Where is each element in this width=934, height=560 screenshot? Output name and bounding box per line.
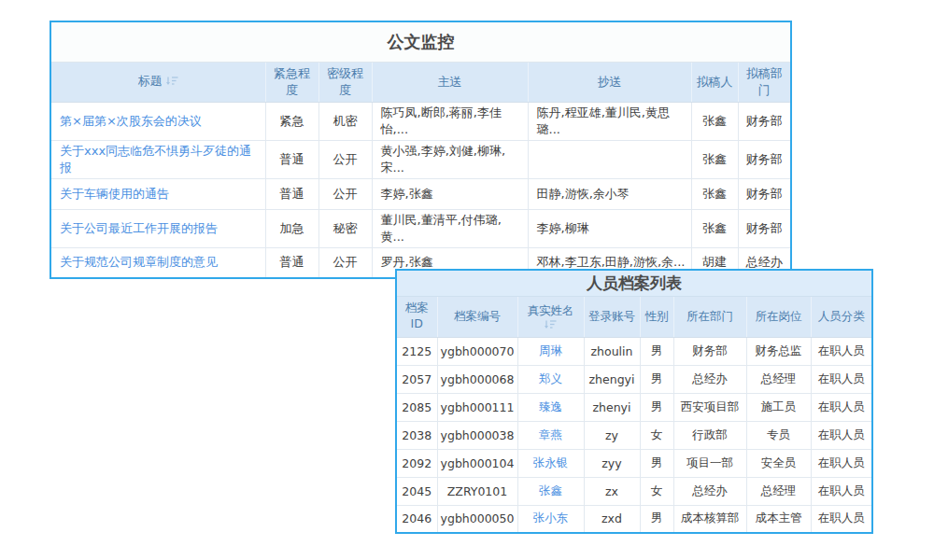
doc-monitor-panel: 公文监控 标题 紧急程度 密级程度 主送 抄送 拟稿人 拟稿部门 第×届第×次股… [50,21,790,279]
person-col-id: 档案ID [396,296,437,337]
doc-table-row: 第×届第×次股东会的决议 紧急 机密 陈巧凤,断郎,蒋丽,李佳怡,... 陈丹,… [50,102,791,140]
doc-cell-drafter: 张鑫 [691,140,738,178]
personnel-row: 2046 ygbh000050 张小东 zxd 男 成本核算部 成本主管 在职人… [396,505,872,533]
person-col-gender: 性别 [640,296,673,337]
person-cell-name: 章燕 [517,421,584,449]
doc-cell-title: 关于公司最近工作开展的报告 [50,209,265,247]
doc-col-drafter: 拟稿人 [691,62,738,102]
doc-title-link[interactable]: 关于xxx同志临危不惧勇斗歹徒的通报 [60,144,251,175]
person-cell-category: 在职人员 [811,421,872,449]
doc-cell-urgency: 紧急 [265,102,318,140]
doc-cell-urgency: 普通 [265,140,318,178]
doc-col-cc: 抄送 [528,62,691,102]
person-name-link[interactable]: 周琳 [539,343,562,357]
person-cell-account: zhenyi [584,393,640,421]
person-cell-account: zhoulin [584,337,640,365]
person-cell-dept: 成本核算部 [673,505,746,533]
person-cell-id: 2092 [396,449,437,477]
person-col-code: 档案编号 [437,296,517,337]
personnel-row: 2045 ZZRY0101 张鑫 zx 女 总经办 总经理 在职人员 [396,477,872,505]
person-cell-code: ygbh000068 [437,365,517,393]
doc-cell-drafter: 张鑫 [691,209,738,247]
personnel-row: 2057 ygbh000068 郑义 zhengyi 男 总经办 总经理 在职人… [396,365,872,393]
doc-monitor-table: 公文监控 标题 紧急程度 密级程度 主送 抄送 拟稿人 拟稿部门 第×届第×次股… [50,21,792,279]
person-cell-name: 郑义 [517,365,584,393]
person-cell-dept: 项目一部 [673,449,746,477]
doc-cell-main-to: 董川民,董清平,付伟璐,黄... [372,209,528,247]
doc-cell-urgency: 普通 [265,247,318,278]
person-cell-gender: 男 [640,393,673,421]
person-name-link[interactable]: 郑义 [539,371,562,385]
person-col-category: 人员分类 [811,296,872,337]
doc-cell-title: 关于xxx同志临危不惧勇斗歹徒的通报 [50,140,265,178]
doc-cell-dept: 财务部 [738,102,791,140]
person-cell-post: 施工员 [746,393,811,421]
doc-cell-cc: 李婷,柳琳 [528,209,691,247]
person-name-link[interactable]: 张鑫 [539,483,562,497]
person-cell-dept: 总经办 [673,365,746,393]
personnel-row: 2085 ygbh000111 臻逸 zhenyi 男 西安项目部 施工员 在职… [396,393,872,421]
person-cell-code: ygbh000050 [437,505,517,533]
doc-cell-dept: 财务部 [738,140,791,178]
person-col-name[interactable]: 真实姓名 [517,296,584,337]
person-name-link[interactable]: 章燕 [539,427,562,441]
person-cell-id: 2038 [396,421,437,449]
person-cell-dept: 总经办 [673,477,746,505]
person-name-link[interactable]: 臻逸 [539,399,562,413]
doc-cell-urgency: 普通 [265,178,318,209]
person-cell-post: 专员 [746,421,811,449]
person-cell-code: ygbh000111 [437,393,517,421]
person-cell-gender: 女 [640,477,673,505]
personnel-header-row: 档案ID 档案编号 真实姓名 登录账号 性别 所在部门 所在岗位 人员分类 [396,296,872,337]
doc-title-link[interactable]: 关于规范公司规章制度的意见 [60,255,218,269]
person-cell-account: zyy [584,449,640,477]
doc-cell-drafter: 张鑫 [691,102,738,140]
person-cell-gender: 女 [640,421,673,449]
person-cell-name: 周琳 [517,337,584,365]
person-name-link[interactable]: 张永银 [533,455,569,469]
doc-title-link[interactable]: 关于公司最近工作开展的报告 [60,221,218,235]
doc-col-secrecy: 密级程度 [318,62,372,102]
doc-cell-main-to: 黄小强,李婷,刘健,柳琳,宋... [372,140,528,178]
person-cell-name: 张永银 [517,449,584,477]
person-cell-post: 总经理 [746,365,811,393]
doc-title-row: 公文监控 [50,21,791,62]
personnel-row: 2092 ygbh000104 张永银 zyy 男 项目一部 安全员 在职人员 [396,449,872,477]
doc-cell-main-to: 陈巧凤,断郎,蒋丽,李佳怡,... [372,102,528,140]
person-cell-account: zhengyi [584,365,640,393]
doc-table-row: 关于公司最近工作开展的报告 加急 秘密 董川民,董清平,付伟璐,黄... 李婷,… [50,209,791,247]
doc-col-dept: 拟稿部门 [738,62,791,102]
doc-cell-dept: 财务部 [738,178,791,209]
doc-title-link[interactable]: 第×届第×次股东会的决议 [60,114,202,128]
person-cell-account: zx [584,477,640,505]
person-col-account: 登录账号 [584,296,640,337]
doc-cell-cc [528,140,691,178]
doc-cell-title: 关于车辆使用的通告 [50,178,265,209]
doc-table-row: 关于车辆使用的通告 普通 公开 李婷,张鑫 田静,游恢,余小琴 张鑫 财务部 [50,178,791,209]
doc-header-row: 标题 紧急程度 密级程度 主送 抄送 拟稿人 拟稿部门 [50,62,791,102]
person-cell-post: 财务总监 [746,337,811,365]
person-col-name-label: 真实姓名 [528,303,574,317]
doc-col-title[interactable]: 标题 [50,62,265,102]
sort-icon[interactable] [166,74,178,91]
doc-cell-secrecy: 公开 [318,140,372,178]
doc-cell-dept: 财务部 [738,209,791,247]
person-name-link[interactable]: 张小东 [533,511,569,525]
person-cell-name: 张鑫 [517,477,584,505]
person-cell-code: ygbh000038 [437,421,517,449]
doc-cell-cc: 田静,游恢,余小琴 [528,178,691,209]
personnel-title-row: 人员档案列表 [396,270,872,296]
personnel-table: 人员档案列表 档案ID 档案编号 真实姓名 登录账号 性别 所在部门 所在岗位 … [395,269,873,534]
person-cell-gender: 男 [640,505,673,533]
person-cell-code: ygbh000104 [437,449,517,477]
person-cell-name: 臻逸 [517,393,584,421]
sort-icon[interactable] [545,319,557,329]
person-cell-gender: 男 [640,337,673,365]
doc-col-main-to: 主送 [372,62,528,102]
person-cell-category: 在职人员 [811,337,872,365]
doc-title-link[interactable]: 关于车辆使用的通告 [60,187,169,201]
person-cell-post: 总经理 [746,477,811,505]
doc-cell-main-to: 李婷,张鑫 [372,178,528,209]
doc-cell-urgency: 加急 [265,209,318,247]
person-cell-category: 在职人员 [811,449,872,477]
